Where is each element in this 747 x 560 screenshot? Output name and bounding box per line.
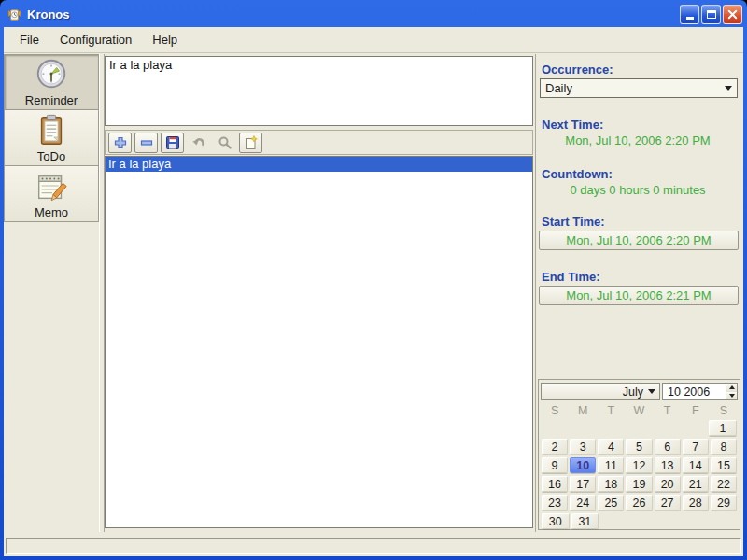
close-icon [726, 8, 739, 21]
calendar-day-8[interactable]: 8 [711, 439, 737, 455]
calendar-empty-cell [655, 513, 682, 529]
minimize-icon [686, 17, 694, 20]
status-bar [6, 538, 741, 554]
list-item[interactable]: Ir a la playa [106, 157, 532, 172]
calendar-day-16[interactable]: 16 [542, 476, 568, 492]
start-time-label: Start Time: [542, 215, 605, 229]
start-time-button[interactable]: Mon, Jul 10, 2006 2:20 PM [539, 231, 739, 250]
panel-divider [535, 54, 536, 532]
calendar-day-30[interactable]: 30 [542, 513, 570, 529]
calendar-day-23[interactable]: 23 [542, 495, 568, 511]
spinner-up-button[interactable] [726, 384, 737, 392]
calendar-day-22[interactable]: 22 [711, 476, 737, 492]
new-note-icon [244, 135, 259, 150]
calendar: July 10 2006 SMTWTFS 1234567891011121314… [538, 379, 740, 530]
calendar-week-row: 9101112131415 [542, 457, 737, 473]
search-icon [218, 135, 233, 150]
calendar-day-4[interactable]: 4 [598, 439, 624, 455]
calendar-day-5[interactable]: 5 [626, 439, 652, 455]
calendar-day-27[interactable]: 27 [655, 495, 681, 511]
minimize-button[interactable] [680, 5, 699, 24]
calendar-dow-label: F [683, 404, 709, 417]
calendar-week-row: 1 [542, 420, 737, 436]
menu-item-file[interactable]: File [9, 28, 49, 52]
calendar-empty-cell [628, 513, 655, 529]
calendar-day-18[interactable]: 18 [598, 476, 624, 492]
undo-icon [191, 135, 206, 150]
next-time-value: Mon, Jul 10, 2006 2:20 PM [537, 133, 739, 147]
countdown-value: 0 days 0 hours 0 minutes [537, 183, 739, 197]
new-button[interactable] [239, 133, 262, 153]
calendar-empty-cell [626, 420, 652, 436]
calendar-day-10[interactable]: 10 [570, 457, 596, 473]
calendar-dow-label: S [542, 404, 568, 417]
chevron-down-icon [648, 389, 655, 394]
search-button[interactable] [213, 133, 236, 153]
calendar-day-29[interactable]: 29 [711, 495, 737, 511]
notepad-icon [34, 169, 69, 204]
calendar-day-17[interactable]: 17 [570, 476, 596, 492]
clipboard-icon [34, 113, 69, 148]
occurrence-label: Occurrence: [542, 63, 613, 77]
calendar-month-select[interactable]: July [541, 383, 660, 400]
sidebar-item-reminder[interactable]: Reminder [4, 54, 99, 110]
calendar-empty-cell [600, 513, 627, 529]
calendar-day-25[interactable]: 25 [598, 495, 624, 511]
calendar-day-11[interactable]: 11 [598, 457, 624, 473]
maximize-button[interactable] [701, 5, 721, 24]
calendar-day-7[interactable]: 7 [683, 439, 709, 455]
sidebar-item-todo[interactable]: ToDo [4, 110, 99, 166]
menu-item-configuration[interactable]: Configuration [49, 28, 142, 52]
chevron-down-icon [729, 394, 735, 398]
title-bar[interactable]: Kronos [6, 3, 742, 25]
reminder-list[interactable]: Ir a la playa [105, 156, 533, 528]
calendar-empty-cell [681, 420, 707, 436]
calendar-day-9[interactable]: 9 [542, 457, 568, 473]
kronos-app-icon [6, 6, 22, 22]
calendar-day-15[interactable]: 15 [711, 457, 737, 473]
spinner-down-button[interactable] [726, 392, 737, 400]
undo-button[interactable] [187, 133, 210, 153]
maximize-icon [707, 10, 716, 19]
sidebar: ReminderToDoMemo [4, 54, 99, 532]
end-time-button[interactable]: Mon, Jul 10, 2006 2:21 PM [539, 286, 739, 305]
app-window: Kronos FileConfigurationHelp ReminderToD… [0, 0, 747, 560]
calendar-day-3[interactable]: 3 [570, 439, 596, 455]
calendar-day-21[interactable]: 21 [683, 476, 709, 492]
calendar-day-6[interactable]: 6 [655, 439, 681, 455]
description-editor[interactable]: Ir a la playa [105, 56, 533, 126]
calendar-week-row: 2345678 [542, 439, 737, 455]
save-button[interactable] [161, 133, 184, 153]
calendar-day-19[interactable]: 19 [626, 476, 652, 492]
calendar-empty-cell [684, 513, 710, 529]
calendar-empty-cell [570, 420, 596, 436]
remove-button[interactable] [134, 133, 158, 153]
occurrence-select[interactable]: Daily [540, 78, 738, 98]
calendar-empty-cell [598, 420, 624, 436]
close-button[interactable] [723, 5, 742, 24]
chevron-up-icon [729, 385, 735, 389]
calendar-week-row: 23242526272829 [542, 495, 737, 511]
sidebar-item-label: Memo [35, 205, 68, 219]
menu-bar: FileConfigurationHelp [4, 27, 743, 53]
calendar-day-31[interactable]: 31 [571, 513, 599, 529]
chevron-down-icon [725, 86, 732, 91]
sidebar-item-memo[interactable]: Memo [4, 166, 99, 222]
calendar-day-14[interactable]: 14 [683, 457, 709, 473]
calendar-day-26[interactable]: 26 [626, 495, 652, 511]
countdown-label: Countdown: [542, 167, 613, 181]
app-client-area: FileConfigurationHelp ReminderToDoMemo I… [4, 27, 743, 556]
calendar-day-12[interactable]: 12 [626, 457, 652, 473]
add-button[interactable] [108, 133, 132, 153]
calendar-day-24[interactable]: 24 [570, 495, 596, 511]
calendar-empty-cell [542, 420, 568, 436]
calendar-dow-label: M [570, 404, 596, 417]
calendar-day-20[interactable]: 20 [655, 476, 681, 492]
menu-item-help[interactable]: Help [142, 28, 188, 52]
calendar-day-1[interactable]: 1 [709, 420, 737, 436]
calendar-day-2[interactable]: 2 [542, 439, 568, 455]
minus-icon [139, 135, 154, 150]
calendar-year-spinner[interactable]: 10 2006 [662, 383, 738, 400]
calendar-day-13[interactable]: 13 [655, 457, 681, 473]
calendar-day-28[interactable]: 28 [683, 495, 709, 511]
